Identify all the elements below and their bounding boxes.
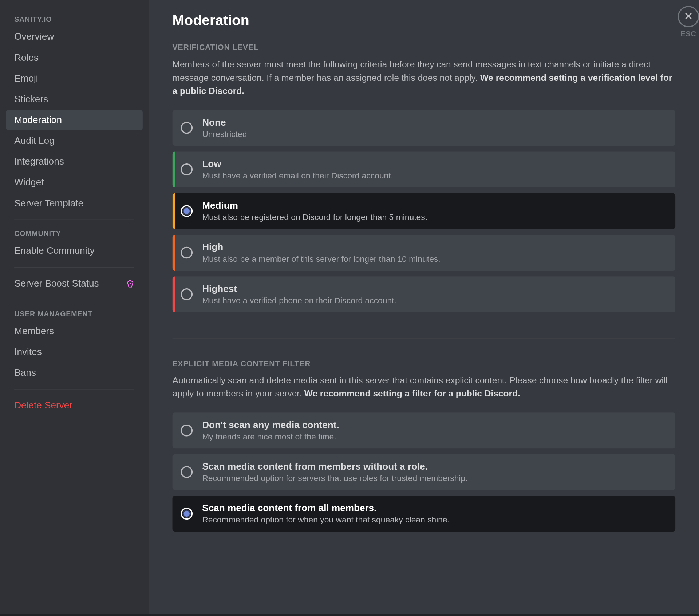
sidebar-item-label: Stickers (14, 94, 48, 104)
option-title: Medium (202, 200, 427, 211)
sidebar-item-delete-server[interactable]: Delete Server (6, 395, 143, 416)
filter-option-all-members[interactable]: Scan media content from all members. Rec… (173, 495, 676, 531)
sidebar-item-enable-community[interactable]: Enable Community (6, 241, 143, 261)
option-title: None (202, 117, 247, 127)
close-esc-label: ESC (681, 30, 696, 38)
svg-point-0 (130, 283, 131, 284)
sidebar-item-emoji[interactable]: Emoji (6, 68, 143, 89)
verification-option-highest[interactable]: Highest Must have a verified phone on th… (173, 276, 676, 312)
option-desc: Recommended option for servers that use … (202, 473, 467, 482)
sidebar-item-label: Delete Server (14, 400, 72, 411)
explicit-filter-heading: EXPLICIT MEDIA CONTENT FILTER (173, 359, 676, 368)
option-desc: Recommended option for when you want tha… (202, 514, 450, 524)
radio-icon (181, 508, 193, 520)
sidebar-item-label: Overview (14, 32, 54, 42)
explicit-filter-description: Automatically scan and delete media sent… (173, 374, 676, 400)
option-title: Highest (202, 283, 396, 294)
sidebar-item-label: Audit Log (14, 135, 54, 146)
section-divider (173, 338, 676, 339)
filter-option-none[interactable]: Don't scan any media content. My friends… (173, 412, 676, 448)
close-icon (684, 11, 693, 22)
option-desc: Must have a verified phone on their Disc… (202, 295, 396, 305)
sidebar-item-label: Moderation (14, 115, 62, 125)
option-title: High (202, 242, 440, 252)
sidebar-item-stickers[interactable]: Stickers (6, 89, 143, 110)
sidebar-item-server-template[interactable]: Server Template (6, 193, 143, 214)
sidebar-item-widget[interactable]: Widget (6, 173, 143, 193)
option-desc: Must have a verified email on their Disc… (202, 170, 393, 180)
radio-icon (181, 246, 193, 258)
radio-icon (181, 163, 193, 175)
severity-stripe (173, 151, 175, 187)
sidebar-item-server-boost[interactable]: Server Boost Status (6, 273, 143, 294)
verification-option-medium[interactable]: Medium Must also be registered on Discor… (173, 193, 676, 229)
radio-icon (181, 288, 193, 300)
sidebar-item-integrations[interactable]: Integrations (6, 151, 143, 172)
sidebar-item-members[interactable]: Members (6, 321, 143, 341)
verification-options: None Unrestricted Low Must have a verifi… (173, 110, 676, 312)
sidebar-item-invites[interactable]: Invites (6, 342, 143, 362)
divider (14, 300, 134, 300)
settings-sidebar: SANITY.IO Overview Roles Emoji Stickers … (0, 0, 149, 614)
verification-option-none[interactable]: None Unrestricted (173, 110, 676, 145)
close-button[interactable] (678, 6, 699, 27)
sidebar-item-label: Bans (14, 367, 36, 378)
boost-gem-icon (126, 280, 134, 288)
sidebar-item-overview[interactable]: Overview (6, 27, 143, 47)
option-title: Scan media content from all members. (202, 503, 450, 513)
verification-option-high[interactable]: High Must also be a member of this serve… (173, 234, 676, 270)
main-content: ESC Moderation VERIFICATION LEVEL Member… (149, 0, 699, 614)
sidebar-item-label: Widget (14, 177, 44, 188)
radio-icon (181, 122, 193, 134)
sidebar-item-audit-log[interactable]: Audit Log (6, 131, 143, 151)
verification-option-low[interactable]: Low Must have a verified email on their … (173, 151, 676, 187)
sidebar-item-label: Emoji (14, 73, 38, 84)
sidebar-item-label: Members (14, 326, 54, 336)
verification-level-description: Members of the server must meet the foll… (173, 58, 676, 98)
option-desc: Must also be registered on Discord for l… (202, 212, 427, 221)
radio-icon (181, 205, 193, 217)
sidebar-item-label: Invites (14, 347, 42, 357)
radio-icon (181, 466, 193, 478)
option-title: Don't scan any media content. (202, 419, 339, 430)
sidebar-item-moderation[interactable]: Moderation (6, 110, 143, 130)
sidebar-header-server: SANITY.IO (6, 12, 143, 26)
sidebar-item-label: Server Template (14, 198, 83, 209)
sidebar-item-label: Server Boost Status (14, 278, 99, 289)
sidebar-item-roles[interactable]: Roles (6, 48, 143, 68)
divider (14, 220, 134, 220)
option-desc: My friends are nice most of the time. (202, 431, 339, 441)
severity-stripe (173, 234, 175, 270)
divider (14, 389, 134, 390)
severity-stripe (173, 276, 175, 312)
option-desc: Unrestricted (202, 129, 247, 138)
severity-stripe (173, 193, 175, 229)
sidebar-item-label: Integrations (14, 156, 64, 167)
verification-level-heading: VERIFICATION LEVEL (173, 43, 676, 52)
radio-icon (181, 424, 193, 436)
close-control: ESC (678, 6, 699, 38)
sidebar-header-user-management: USER MANAGEMENT (6, 306, 143, 320)
divider (14, 267, 134, 268)
page-title: Moderation (173, 12, 676, 29)
option-title: Low (202, 158, 393, 169)
sidebar-header-community: COMMUNITY (6, 226, 143, 240)
option-title: Scan media content from members without … (202, 461, 467, 471)
filter-option-without-role[interactable]: Scan media content from members without … (173, 454, 676, 490)
sidebar-item-label: Roles (14, 52, 39, 63)
sidebar-item-bans[interactable]: Bans (6, 363, 143, 383)
filter-options: Don't scan any media content. My friends… (173, 412, 676, 531)
sidebar-item-label: Enable Community (14, 245, 95, 256)
option-desc: Must also be a member of this server for… (202, 253, 440, 263)
